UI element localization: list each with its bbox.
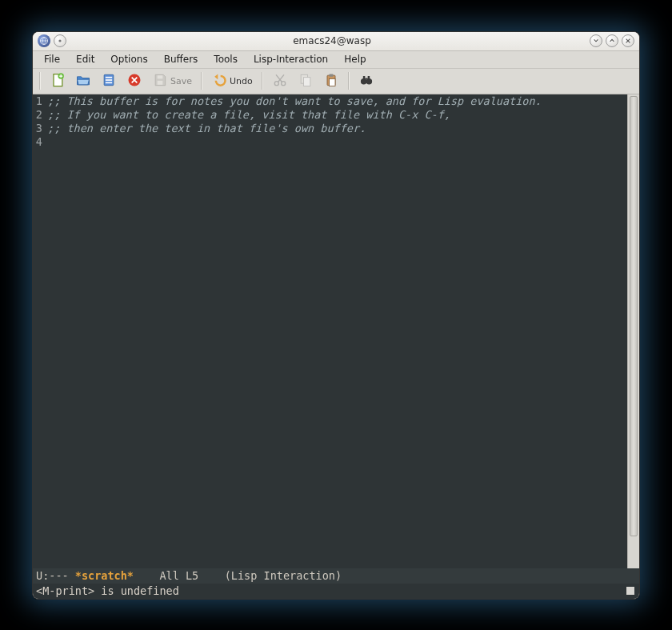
svg-rect-16 xyxy=(329,78,335,86)
code-line: ;; This buffer is for notes you don't wa… xyxy=(47,94,542,107)
new-file-button[interactable] xyxy=(46,70,70,91)
line-number: 3 xyxy=(33,122,44,135)
svg-rect-5 xyxy=(106,79,112,81)
code-line: ;; then enter the text in that file's ow… xyxy=(47,122,366,134)
svg-rect-20 xyxy=(367,76,370,79)
window-title: emacs24@wasp xyxy=(74,35,590,46)
svg-rect-13 xyxy=(303,77,310,86)
copy-icon xyxy=(298,72,314,90)
scrollbar-thumb[interactable] xyxy=(630,96,638,537)
open-directory-button[interactable] xyxy=(97,70,121,91)
modeline-buffer-name: *scratch* xyxy=(75,569,134,582)
toolbar-separator xyxy=(201,72,202,90)
line-number: 2 xyxy=(33,108,44,122)
undo-label: Undo xyxy=(230,76,253,86)
menu-file[interactable]: File xyxy=(36,52,68,66)
modeline-position: All L5 xyxy=(134,569,225,582)
svg-rect-9 xyxy=(158,80,163,84)
menu-options[interactable]: Options xyxy=(102,52,155,66)
titlebar-pin-button[interactable] xyxy=(54,34,66,47)
new-file-icon xyxy=(50,72,66,90)
menubar: File Edit Options Buffers Tools Lisp-Int… xyxy=(33,51,639,69)
text-editor[interactable]: 1 2 3 4 ;; This buffer is for notes you … xyxy=(33,94,627,568)
editor-area: 1 2 3 4 ;; This buffer is for notes you … xyxy=(33,94,639,568)
save-label: Save xyxy=(170,76,192,86)
directory-icon xyxy=(101,72,117,90)
svg-rect-19 xyxy=(363,76,366,79)
search-button[interactable] xyxy=(354,70,378,91)
line-number: 4 xyxy=(33,135,44,149)
binoculars-icon xyxy=(358,72,374,90)
vertical-scrollbar[interactable] xyxy=(627,94,639,568)
svg-rect-21 xyxy=(365,78,367,79)
menu-edit[interactable]: Edit xyxy=(68,52,102,66)
code-line: ;; If you want to create a file, visit t… xyxy=(47,108,450,121)
minibuffer[interactable]: <M-print> is undefined xyxy=(33,584,639,599)
menu-lisp-interaction[interactable]: Lisp-Interaction xyxy=(246,52,336,66)
save-button[interactable]: Save xyxy=(148,70,196,91)
modeline-mode: (Lisp Interaction) xyxy=(225,569,342,582)
undo-button[interactable]: Undo xyxy=(207,70,257,91)
menu-buffers[interactable]: Buffers xyxy=(156,52,206,66)
maximize-button[interactable] xyxy=(606,34,618,47)
buffer-content[interactable]: ;; This buffer is for notes you don't wa… xyxy=(44,94,627,568)
svg-rect-8 xyxy=(158,75,163,78)
undo-icon xyxy=(211,72,227,90)
minibuffer-message: <M-print> is undefined xyxy=(36,584,179,597)
toolbar-separator xyxy=(39,72,41,90)
toolbar: Save Undo xyxy=(33,69,639,94)
paste-button[interactable] xyxy=(319,70,343,91)
minibuffer-scroll-corner xyxy=(626,587,634,595)
kill-buffer-button[interactable] xyxy=(122,70,146,91)
line-number-gutter: 1 2 3 4 xyxy=(33,94,44,568)
window-titlebar: emacs24@wasp xyxy=(33,32,639,51)
open-file-button[interactable] xyxy=(71,70,95,91)
copy-button[interactable] xyxy=(294,70,318,91)
emacs-window: emacs24@wasp File Edit Options Buffers T… xyxy=(32,31,640,600)
svg-rect-6 xyxy=(106,82,112,83)
app-icon xyxy=(38,34,50,47)
save-icon xyxy=(152,72,168,90)
menu-tools[interactable]: Tools xyxy=(206,52,246,66)
scissors-icon xyxy=(272,72,288,90)
menu-help[interactable]: Help xyxy=(336,52,374,66)
modeline-prefix: U:--- xyxy=(36,569,75,582)
svg-rect-15 xyxy=(329,74,333,76)
svg-point-1 xyxy=(58,39,61,42)
cut-button[interactable] xyxy=(268,70,292,91)
mode-line[interactable]: U:--- *scratch* All L5 (Lisp Interaction… xyxy=(33,568,639,584)
toolbar-separator xyxy=(348,72,350,90)
line-number: 1 xyxy=(33,94,44,108)
svg-rect-4 xyxy=(106,76,112,78)
minimize-button[interactable] xyxy=(590,34,602,47)
open-folder-icon xyxy=(75,72,91,90)
toolbar-separator xyxy=(262,72,263,90)
close-icon xyxy=(126,72,142,90)
paste-icon xyxy=(323,72,339,90)
close-button[interactable] xyxy=(622,34,634,47)
